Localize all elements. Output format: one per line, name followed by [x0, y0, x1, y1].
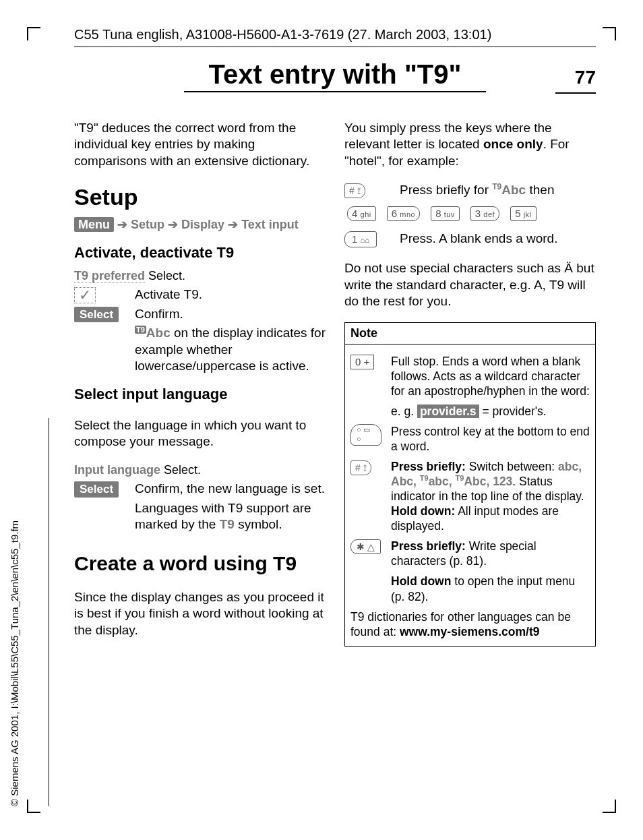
note-row-example: e. g. provider.s = provider's.	[350, 404, 590, 419]
arrow-icon: ➔	[228, 218, 241, 231]
eg-post: = provider's.	[479, 404, 547, 418]
abc-display-row: T9Abc on the display indicates for examp…	[74, 325, 326, 374]
t9abc-mode: T9Abc	[492, 183, 526, 197]
page-number-underline	[555, 92, 596, 94]
crop-mark	[27, 800, 40, 813]
confirm-language-row: Select Confirm, the new language is set.	[74, 481, 326, 498]
header-rule	[74, 47, 596, 47]
check-icon: ✓	[74, 287, 96, 303]
menu-path: Menu ➔ Setup ➔ Display ➔ Text input	[74, 217, 326, 233]
side-copyright: © Siemens AG 2001, I:\Mobil\L55\C55_Tuna…	[9, 520, 20, 806]
note-box: Note 0 + Full stop. Ends a word when a b…	[344, 322, 596, 646]
key-number: 5	[515, 208, 520, 219]
activate-heading: Activate, deactivate T9	[74, 243, 326, 262]
t9-preferred-row: T9 preferred Select.	[74, 268, 326, 284]
t9-preferred-label: T9 preferred	[74, 269, 145, 283]
star-key-icon: ✱ △	[350, 539, 381, 554]
hash-hold-label: Hold down:	[391, 504, 455, 518]
t9abc-indicator: T9Abc	[135, 326, 171, 340]
input-language-row: Input language Select.	[74, 462, 326, 478]
key-5: 5 jkl	[510, 206, 536, 221]
t9-symbol: T9	[220, 517, 235, 531]
create-heading: Create a word using T9	[74, 551, 326, 576]
press-brief-row: # ⟟ Press briefly for T9Abc then	[344, 182, 596, 198]
key-letters: mno	[400, 210, 415, 218]
menu-chip: Menu	[74, 217, 114, 232]
hash-key-icon: # ⟟	[350, 460, 371, 475]
provider-chip: provider.s	[417, 404, 479, 418]
side-rule	[49, 418, 49, 806]
page-number: 77	[575, 67, 596, 88]
once-only: once only	[483, 137, 543, 151]
star-hold-label: Hold down	[391, 574, 451, 588]
hash-key-icon: # ⟟	[344, 183, 365, 198]
dict-url: www.my-siemens.com/t9	[400, 625, 539, 638]
intro-text: "T9" deduces the correct word from the i…	[74, 120, 326, 169]
key-number: 3	[475, 208, 481, 219]
select-chip: Select	[74, 307, 119, 323]
arrow-icon: ➔	[117, 218, 131, 231]
zero-key-icon: 0 +	[350, 355, 374, 369]
key-letters: jkl	[524, 210, 532, 218]
abc-label: Abc	[146, 326, 171, 340]
select-language-heading: Select input language	[74, 385, 326, 404]
one-key-label: 1	[352, 233, 357, 245]
left-column: "T9" deduces the correct word from the i…	[74, 107, 326, 651]
press-blank-text: Press. A blank ends a word.	[400, 231, 596, 247]
select-language-text: Select the language in which you want to…	[74, 417, 326, 450]
setup-heading: Setup	[74, 183, 326, 212]
columns: "T9" deduces the correct word from the i…	[74, 107, 596, 651]
star-brief-label: Press briefly:	[391, 539, 466, 553]
confirm-language-text: Confirm, the new language is set.	[135, 481, 326, 498]
input-language-label: Input language	[74, 463, 160, 477]
note-row-hash: # ⟟ Press briefly: Switch between: abc, …	[350, 459, 590, 533]
right-intro: You simply press the keys where the rele…	[344, 120, 596, 169]
key-letters: tuv	[444, 210, 455, 218]
note-row-star: ✱ △ Press briefly: Write special charact…	[350, 539, 590, 568]
zero-key-text: Full stop. Ends a word when a blank foll…	[391, 354, 590, 398]
special-char-text: Do not use special characters such as Ä …	[344, 260, 596, 309]
menu-step: Text input	[241, 218, 299, 231]
key-letters: def	[483, 210, 495, 218]
key-4: 4 ghi	[347, 206, 376, 221]
bottom-key-icon: ○ ▭ ○	[350, 424, 381, 446]
activate-text: Activate T9.	[135, 287, 326, 303]
confirm-text: Confirm.	[135, 306, 326, 323]
input-language-after: Select.	[160, 463, 201, 477]
page: C55 Tuna english, A31008-H5600-A1-3-7619…	[0, 0, 643, 678]
activate-row: ✓ Activate T9.	[74, 287, 326, 303]
key-number: 8	[435, 208, 441, 219]
key-number: 6	[392, 208, 397, 219]
right-column: You simply press the keys where the rele…	[344, 107, 596, 651]
menu-step: Setup	[131, 218, 164, 231]
key-6: 6 mno	[387, 206, 420, 221]
key-number: 4	[352, 208, 357, 219]
crop-mark	[603, 800, 616, 813]
t9-badge-icon: T9	[135, 326, 146, 334]
space-key-row: 1 ⌂⌂ Press. A blank ends a word.	[344, 231, 596, 247]
t9-support-text2: symbol.	[235, 517, 282, 531]
press-brief-then: then	[526, 183, 554, 197]
confirm-row: Select Confirm.	[74, 306, 326, 323]
bottom-key-text: Press control key at the bottom to end a…	[391, 424, 590, 454]
create-text: Since the display changes as you proceed…	[74, 589, 326, 638]
note-heading: Note	[345, 323, 595, 344]
title-underline	[184, 91, 487, 92]
note-body: 0 + Full stop. Ends a word when a blank …	[345, 344, 595, 646]
key-letters: ghi	[361, 210, 371, 218]
t9-preferred-after: Select.	[145, 269, 185, 282]
select-chip: Select	[74, 481, 119, 498]
page-title: Text entry with "T9"	[208, 59, 461, 89]
arrow-icon: ➔	[168, 218, 181, 231]
note-row-bottom-key: ○ ▭ ○ Press control key at the bottom to…	[350, 424, 590, 454]
hash-switch-text: Switch between:	[466, 460, 558, 473]
key-8: 8 tuv	[431, 206, 460, 221]
note-row-zero: 0 + Full stop. Ends a word when a blank …	[350, 354, 590, 398]
t9-support-row: Languages with T9 support are marked by …	[74, 500, 326, 533]
press-brief-text: Press briefly for	[400, 183, 492, 197]
note-dictionaries: T9 dictionaries for other languages can …	[350, 609, 590, 639]
hash-brief-label: Press briefly:	[391, 460, 466, 473]
key-sequence: 4 ghi 6 mno 8 tuv 3 def 5 jkl	[344, 206, 596, 221]
title-row: Text entry with "T9" 77	[74, 59, 596, 92]
one-key-icon: 1 ⌂⌂	[344, 231, 377, 247]
